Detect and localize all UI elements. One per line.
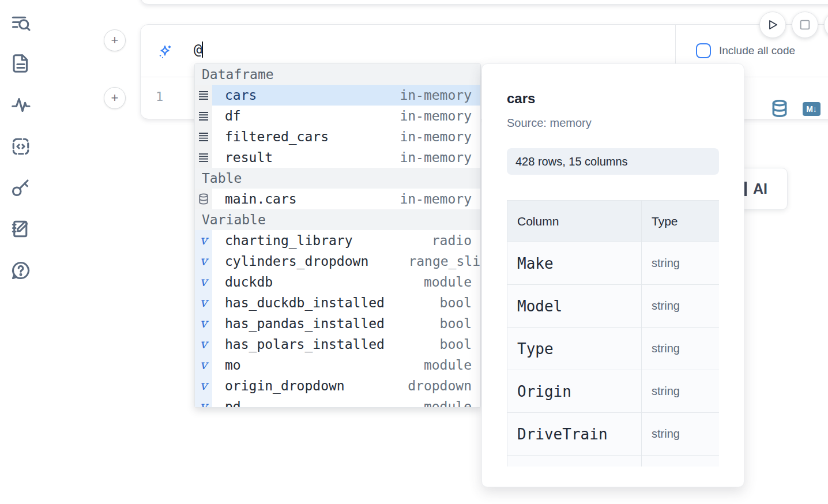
table-of-contents-search-icon[interactable]: [9, 12, 32, 35]
autocomplete-item[interactable]: v filtered_cars in-memory: [195, 126, 480, 147]
autocomplete-item-type: bool: [440, 295, 472, 310]
help-chat-icon[interactable]: [9, 259, 32, 282]
file-explorer-icon[interactable]: [9, 52, 32, 75]
dataframe-icon: [198, 153, 209, 163]
autocomplete-item-name: has_polars_installed: [225, 337, 385, 352]
ai-button-label: AI: [753, 180, 767, 197]
code-snippets-icon[interactable]: [9, 135, 32, 158]
autocomplete-item-type: bool: [440, 337, 472, 352]
autocomplete-item-type: in-memory: [400, 108, 472, 123]
autocomplete-item-type: radio: [432, 233, 472, 248]
run-cell-button[interactable]: [759, 12, 786, 38]
autocomplete-section-header: Table: [195, 168, 480, 189]
dataframe-preview-panel: cars Source: memory 428 rows, 15 columns…: [481, 63, 744, 487]
markdown-icon[interactable]: M↓: [803, 102, 821, 116]
preview-schema-table-wrap: ColumnType MakestringModelstringTypestri…: [507, 200, 719, 467]
autocomplete-item-name: origin_dropdown: [225, 378, 345, 393]
autocomplete-item-type: bool: [440, 316, 472, 331]
autocomplete-item-name: cars: [225, 88, 257, 103]
activity-tracer-icon[interactable]: [9, 93, 32, 116]
autocomplete-item-type: in-memory: [400, 150, 472, 165]
autocomplete-item[interactable]: v origin_dropdown dropdown: [195, 375, 480, 396]
variable-icon: v: [200, 359, 207, 371]
autocomplete-item-type: module: [424, 399, 472, 408]
schema-column-name: Make: [507, 242, 642, 285]
stop-cell-button[interactable]: [792, 12, 818, 38]
variable-icon: v: [200, 234, 207, 247]
variable-icon: v: [200, 317, 207, 330]
sparkles-ai-icon: [157, 44, 173, 60]
schema-row: Originstring: [507, 370, 720, 413]
dataframe-icon: [198, 132, 209, 142]
left-sidebar: [0, 0, 42, 504]
autocomplete-item-name: pd: [225, 399, 241, 408]
marimo-notebook: + + @ Include all code 1 M↓: [0, 0, 828, 504]
stop-square-icon: [799, 18, 811, 31]
autocomplete-item-type: module: [424, 274, 472, 289]
secrets-key-icon[interactable]: [9, 176, 32, 199]
schema-row: DriveTrainstring: [507, 413, 720, 456]
variable-icon: v: [200, 255, 207, 268]
autocomplete-item[interactable]: v result in-memory: [195, 147, 480, 168]
schema-column-type: string: [642, 328, 720, 370]
autocomplete-item-name: cylinders_dropdown: [225, 254, 368, 269]
autocomplete-item[interactable]: v has_pandas_installed bool: [195, 313, 480, 334]
variable-icon: v: [200, 296, 207, 309]
preview-source: Source: memory: [507, 116, 719, 130]
schema-column-name: [507, 456, 642, 467]
autocomplete-item-name: has_pandas_installed: [225, 316, 385, 331]
autocomplete-item-name: filtered_cars: [225, 129, 329, 144]
autocomplete-item-type: dropdown: [408, 378, 472, 393]
autocomplete-item-name: has_duckdb_installed: [225, 295, 385, 310]
schema-column-name: DriveTrain: [507, 413, 642, 456]
autocomplete-item[interactable]: v mo module: [195, 355, 480, 375]
variable-icon: v: [200, 276, 207, 288]
autocomplete-item[interactable]: v pd module: [195, 396, 480, 408]
autocomplete-item-type: range_sli: [408, 254, 480, 269]
autocomplete-item[interactable]: v main.cars in-memory: [195, 189, 480, 209]
autocomplete-dropdown: Dataframe v cars in-memory v df in-memor…: [194, 63, 481, 408]
preview-schema-table: ColumnType MakestringModelstringTypestri…: [507, 200, 719, 467]
ai-prompt-input[interactable]: @: [194, 42, 203, 58]
autocomplete-item[interactable]: v cylinders_dropdown range_sli: [195, 251, 480, 272]
dataframe-icon: [198, 111, 209, 121]
autocomplete-item[interactable]: v charting_library radio: [195, 230, 480, 251]
schema-column-type: string: [642, 285, 720, 328]
schema-column-name: Type: [507, 328, 642, 370]
autocomplete-item[interactable]: v has_polars_installed bool: [195, 334, 480, 355]
preview-shape-badge: 428 rows, 15 columns: [507, 148, 719, 175]
schema-column-type: string: [642, 370, 720, 413]
autocomplete-item-type: in-memory: [400, 191, 472, 206]
schema-column-header: Type: [642, 201, 720, 242]
play-icon: [766, 18, 780, 32]
schema-row: Modelstring: [507, 285, 720, 328]
schema-row: Makestring: [507, 242, 720, 285]
dataframe-icon: [198, 91, 209, 100]
scratchpad-notebook-icon[interactable]: [9, 217, 32, 240]
autocomplete-item-type: in-memory: [400, 129, 472, 144]
schema-row: Typestring: [507, 328, 720, 370]
variable-icon: v: [200, 400, 207, 408]
schema-column-name: Origin: [507, 370, 642, 413]
variable-icon: v: [200, 379, 207, 392]
include-all-code-label: Include all code: [719, 44, 795, 57]
variable-icon: v: [200, 338, 207, 351]
add-cell-above-button[interactable]: +: [104, 29, 126, 51]
autocomplete-item[interactable]: v has_duckdb_installed bool: [195, 292, 480, 313]
autocomplete-item-name: result: [225, 150, 273, 165]
preview-title: cars: [507, 90, 719, 107]
clipped-letter-fragment: [744, 182, 747, 196]
schema-row: [507, 456, 720, 467]
autocomplete-item-name: charting_library: [225, 233, 353, 248]
autocomplete-item-name: duckdb: [225, 274, 273, 289]
database-output-icon[interactable]: [770, 98, 789, 119]
add-cell-below-button[interactable]: +: [104, 87, 126, 109]
autocomplete-item[interactable]: v cars in-memory: [195, 85, 480, 106]
include-all-code-checkbox[interactable]: [696, 43, 711, 58]
autocomplete-item[interactable]: v duckdb module: [195, 272, 480, 292]
schema-column-type: [642, 456, 720, 467]
autocomplete-section-header: Variable: [195, 209, 480, 230]
autocomplete-item[interactable]: v df in-memory: [195, 106, 480, 126]
schema-column-type: string: [642, 242, 720, 285]
line-number: 1: [156, 89, 163, 104]
